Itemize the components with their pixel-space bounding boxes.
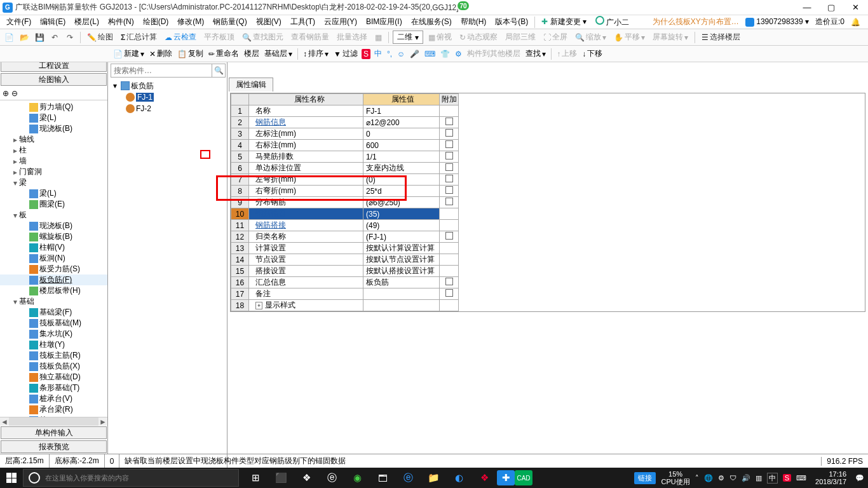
prop-row[interactable]: 1名称FJ-1 (231, 105, 459, 117)
nav-tree-row[interactable]: 剪力墙(Q) (0, 102, 107, 112)
nav-tree-row[interactable]: 板负筋(F) (0, 274, 107, 285)
app-icon-3[interactable]: 🗔 (370, 468, 395, 488)
rotate-button[interactable]: 屏幕旋转 ▾ (650, 30, 691, 44)
tree-root-label[interactable]: 板负筋 (131, 81, 154, 92)
menu-modify[interactable]: 修改(M) (173, 15, 208, 29)
nav-tree-row[interactable]: 板受力筋(S) (0, 264, 107, 274)
expand-all-icon[interactable]: ⊕ (3, 89, 9, 98)
prop-name[interactable]: 右标注(mm) (249, 140, 363, 151)
nav-tree-row[interactable]: ▾梁 (0, 177, 107, 188)
menu-help[interactable]: 帮助(H) (457, 15, 491, 29)
nav-tree-row[interactable]: 条形基础(T) (0, 383, 107, 393)
prop-value[interactable]: (49) (363, 220, 440, 231)
find-button-r[interactable]: 查找 ▾ (524, 48, 547, 59)
component-tree[interactable]: ▾ 板负筋 FJ-1 FJ-2 (109, 79, 227, 468)
prop-name[interactable]: 左标注(mm) (249, 128, 363, 140)
prop-value[interactable]: ⌀12@200 (363, 117, 440, 128)
prop-row[interactable]: 18+显示样式 (231, 300, 459, 311)
prop-add-checkbox[interactable] (440, 197, 459, 208)
extra-btn[interactable]: ▦ (372, 32, 384, 43)
nav-tree-row[interactable]: 圈梁(E) (0, 199, 107, 210)
rename-button[interactable]: ✏重命名 (207, 48, 240, 59)
phone-display[interactable]: 13907298339 ▾ (745, 17, 809, 27)
local3d-button[interactable]: 局部三维 (503, 30, 538, 44)
2d-combo[interactable]: 二维 ▾ (393, 30, 423, 44)
prop-value[interactable]: 按默认计算设置计算 (363, 243, 440, 254)
prop-name[interactable]: 钢筋锚固 (249, 208, 363, 220)
bell-icon[interactable]: 🔔 (851, 18, 860, 27)
batch-select-button[interactable]: 批量选择 (334, 30, 370, 44)
clock[interactable]: 17:16 2018/3/17 (811, 470, 850, 485)
copy-to-floor-button[interactable]: 构件到其他楼层 (466, 48, 522, 59)
prop-add-checkbox[interactable] (440, 186, 459, 197)
nav-tree-row[interactable]: 梁(L) (0, 112, 107, 123)
new-icon[interactable]: 📄 (3, 31, 15, 44)
prop-add-checkbox[interactable] (440, 231, 459, 243)
cloud-check-button[interactable]: ☁ 云检查 (162, 30, 199, 44)
ime-mic-icon[interactable]: 🎤 (409, 50, 421, 58)
menu-rebar[interactable]: 钢筋量(Q) (209, 15, 250, 29)
prop-row[interactable]: 3左标注(mm)0 (231, 128, 459, 140)
prop-add-checkbox[interactable] (440, 128, 459, 140)
prop-add-checkbox[interactable] (440, 254, 459, 266)
prop-add-checkbox[interactable] (440, 288, 459, 300)
prop-row[interactable]: 16汇总信息板负筋 (231, 277, 459, 288)
ime-smiley-icon[interactable]: ☺ (396, 50, 406, 58)
expand-icon[interactable]: ▸ (11, 157, 19, 166)
prop-add-checkbox[interactable] (440, 105, 459, 117)
prop-add-checkbox[interactable] (440, 220, 459, 231)
menu-edit[interactable]: 编辑(E) (36, 15, 69, 29)
prop-row[interactable]: 11钢筋搭接(49) (231, 220, 459, 231)
prop-name[interactable]: 搭接设置 (249, 266, 363, 277)
prop-value[interactable] (363, 300, 440, 311)
nav-tree-row[interactable]: 承台梁(R) (0, 404, 107, 415)
prop-value[interactable]: 600 (363, 140, 440, 151)
nav-tree[interactable]: 剪力墙(Q)梁(L)现浇板(B)▸轴线▸柱▸墙▸门窗洞▾梁梁(L)圈梁(E)▾板… (0, 100, 107, 417)
ime-dot-icon[interactable]: °, (386, 50, 393, 58)
nav-tree-row[interactable]: 集水坑(K) (0, 329, 107, 339)
nav-hscroll[interactable]: ◄► (0, 417, 107, 426)
nav-tree-row[interactable]: 螺旋板(B) (0, 231, 107, 242)
prop-name[interactable]: 钢筋信息 (249, 117, 363, 128)
tab-draw-input[interactable]: 绘图输入 (1, 73, 107, 86)
nav-tree-row[interactable]: 筏板负筋(X) (0, 361, 107, 372)
prop-value[interactable]: 按默认节点设置计算 (363, 254, 440, 266)
nav-tree-row[interactable]: 柱帽(V) (0, 242, 107, 253)
prop-value[interactable]: 板负筋 (363, 277, 440, 288)
prop-value[interactable] (363, 288, 440, 300)
zoom-button[interactable]: 🔍缩放 ▾ (573, 30, 609, 44)
view-rebar-button[interactable]: 查看钢筋量 (288, 30, 332, 44)
start-button[interactable] (0, 468, 23, 488)
search-button[interactable]: 🔍 (212, 64, 225, 77)
prop-value[interactable]: (35) (363, 208, 440, 220)
menu-component[interactable]: 构件(N) (104, 15, 138, 29)
orbit-button[interactable]: ↻动态观察 (457, 30, 500, 44)
prop-value[interactable]: 1/1 (363, 151, 440, 163)
prop-name[interactable]: +显示样式 (249, 300, 363, 311)
menu-floor[interactable]: 楼层(L) (71, 15, 103, 29)
move-down-button[interactable]: ↓下移 (581, 48, 604, 59)
prop-add-checkbox[interactable] (440, 151, 459, 163)
move-up-button[interactable]: ↑上移 (555, 48, 578, 59)
prop-add-checkbox[interactable] (440, 163, 459, 174)
menu-view[interactable]: 视图(V) (252, 15, 285, 29)
expand-icon[interactable]: ▾ (11, 211, 19, 220)
tray-globe-icon[interactable]: 🌐 (704, 474, 713, 482)
menu-cloud[interactable]: 云应用(Y) (320, 15, 361, 29)
zhong-button[interactable]: 中 (373, 48, 383, 59)
taskview-icon[interactable]: ⊞ (243, 468, 268, 488)
prop-row[interactable]: 5马凳筋排数1/1 (231, 151, 459, 163)
tray-icon-5[interactable]: ▥ (756, 474, 762, 482)
prop-value[interactable]: 0 (363, 128, 440, 140)
prop-value[interactable]: (FJ-1) (363, 231, 440, 243)
nav-tree-row[interactable]: ▸柱 (0, 145, 107, 156)
tray-volume-icon[interactable]: 🔊 (742, 474, 750, 482)
tab-property-edit[interactable]: 属性编辑 (229, 78, 273, 92)
delete-button[interactable]: ✕删除 (148, 48, 173, 59)
filter-button[interactable]: ▼过滤 (332, 48, 359, 59)
expand-icon[interactable]: ▾ (11, 297, 19, 306)
maximize-button[interactable]: ▢ (825, 3, 837, 12)
guangxiaoer-button[interactable]: 广小二 (592, 15, 633, 29)
nav-tree-row[interactable]: ▾板 (0, 210, 107, 220)
prop-add-checkbox[interactable] (440, 174, 459, 186)
